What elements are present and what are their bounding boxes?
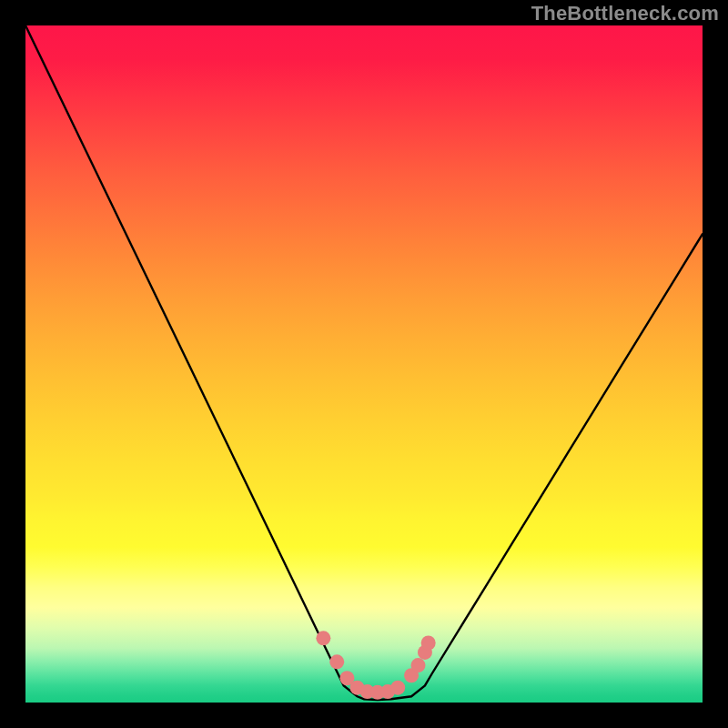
bottom-marker-group xyxy=(316,631,435,700)
bottom-marker xyxy=(390,681,405,695)
chart-frame: TheBottleneck.com xyxy=(0,0,728,728)
bottleneck-curve xyxy=(25,25,703,700)
bottom-marker xyxy=(411,658,426,672)
watermark-text: TheBottleneck.com xyxy=(531,2,719,25)
plot-area xyxy=(25,25,703,703)
bottom-marker xyxy=(421,636,436,651)
bottom-marker xyxy=(329,654,344,669)
bottom-marker xyxy=(316,631,330,645)
chart-svg xyxy=(25,25,703,703)
